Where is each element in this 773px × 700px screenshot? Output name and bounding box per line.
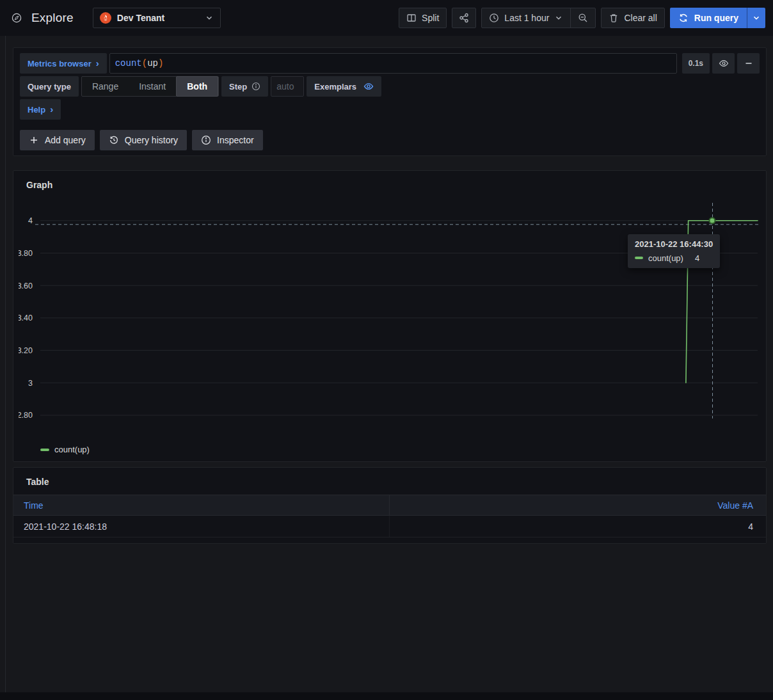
add-query-button[interactable]: Add query <box>20 130 95 150</box>
explore-compass-icon <box>12 11 26 25</box>
help-label: Help <box>28 105 45 115</box>
query-type-option-instant[interactable]: Instant <box>129 76 176 97</box>
eye-icon <box>719 58 729 68</box>
query-history-button[interactable]: Query history <box>100 130 187 150</box>
table-header-row: Time Value #A <box>13 495 766 516</box>
step-label: Step <box>229 82 247 91</box>
query-expression-input[interactable]: count(up) <box>109 53 677 74</box>
query-duration-badge: 0.1s <box>682 53 710 74</box>
chevron-down-icon <box>205 13 214 22</box>
tooltip-series-swatch <box>635 257 643 259</box>
share-icon <box>459 13 469 23</box>
query-type-option-range[interactable]: Range <box>82 76 129 97</box>
hover-point-marker <box>710 218 715 223</box>
clock-icon <box>489 13 499 23</box>
query-token-arg: up <box>147 58 158 68</box>
run-query-split-button: Run query <box>670 8 765 28</box>
table-panel: Table Time Value #A 2021-10-22 16:48:18 … <box>13 467 767 544</box>
info-circle-icon <box>251 82 260 91</box>
help-button[interactable]: Help › <box>20 99 61 120</box>
datasource-picker[interactable]: Dev Tenant <box>93 8 221 28</box>
time-picker-group: Last 1 hour <box>481 8 596 28</box>
history-icon <box>109 135 119 145</box>
table-cell-time: 2021-10-22 16:48:18 <box>24 521 107 532</box>
query-token-paren: ( <box>142 58 147 68</box>
metrics-browser-label: Metrics browser <box>28 59 92 68</box>
time-series-chart[interactable]: 15:5015:5516:0016:0516:1016:1516:2016:25… <box>19 195 761 435</box>
metrics-browser-button[interactable]: Metrics browser › <box>20 53 107 74</box>
prometheus-icon <box>100 12 111 24</box>
split-pane-icon <box>406 13 417 23</box>
y-axis-label: 3 <box>28 379 33 388</box>
clear-all-label: Clear all <box>624 13 657 23</box>
split-button[interactable]: Split <box>399 8 447 28</box>
tooltip-timestamp: 2021-10-22 16:44:30 <box>635 239 713 249</box>
graph-panel-title: Graph <box>13 171 766 190</box>
share-button[interactable] <box>452 8 476 28</box>
time-range-label: Last 1 hour <box>504 13 549 23</box>
legend-label: count(up) <box>54 445 90 454</box>
sync-icon <box>678 13 689 23</box>
sidebar-edge-divider <box>5 0 6 700</box>
table-column-time[interactable]: Time <box>24 500 44 511</box>
y-axis-label: 3.60 <box>19 282 33 290</box>
run-query-button[interactable]: Run query <box>670 8 747 28</box>
chevron-down-icon <box>752 13 761 22</box>
clear-all-button[interactable]: Clear all <box>601 8 664 28</box>
tooltip-series-value: 4 <box>695 253 699 263</box>
y-axis-label: 2.80 <box>19 411 33 420</box>
zoom-out-icon <box>578 13 588 23</box>
run-query-dropdown-button[interactable] <box>747 8 765 28</box>
zoom-out-button[interactable] <box>570 8 595 28</box>
chevron-down-icon <box>554 13 563 22</box>
plus-icon <box>29 135 39 145</box>
y-axis-label: 4 <box>28 216 33 225</box>
angle-right-icon: › <box>96 58 99 68</box>
graph-panel: Graph 15:5015:5516:0016:0516:1016:1516:2… <box>13 170 767 462</box>
legend-item-count-up[interactable]: count(up) <box>40 445 90 454</box>
query-token-paren: ) <box>158 58 163 68</box>
query-history-label: Query history <box>125 135 178 145</box>
minus-icon <box>744 58 754 68</box>
add-query-label: Add query <box>45 135 86 145</box>
query-type-toggle: Range Instant Both <box>81 76 219 97</box>
table-cell-value: 4 <box>748 521 753 532</box>
step-input[interactable]: auto <box>271 76 304 97</box>
table-row: 2021-10-22 16:48:18 4 <box>13 516 766 537</box>
top-toolbar: Explore Dev Tenant Split <box>0 0 773 36</box>
info-circle-icon <box>201 135 211 145</box>
y-axis-label: 3.20 <box>19 346 33 355</box>
time-range-picker[interactable]: Last 1 hour <box>482 8 570 28</box>
run-query-label: Run query <box>694 13 738 23</box>
bottom-edge <box>0 692 773 700</box>
trash-icon <box>609 13 619 23</box>
table-column-value[interactable]: Value #A <box>717 500 753 511</box>
chart-canvas[interactable]: 15:5015:5516:0016:0516:1016:1516:2016:25… <box>19 195 761 433</box>
results-table: Time Value #A 2021-10-22 16:48:18 4 <box>13 495 766 537</box>
page-title: Explore <box>31 11 74 25</box>
y-axis-label: 3.40 <box>19 314 33 322</box>
remove-query-button[interactable] <box>737 53 760 74</box>
graph-tooltip: 2021-10-22 16:44:30 count(up) 4 <box>628 234 720 268</box>
step-label-chip: Step <box>221 76 268 97</box>
query-type-label: Query type <box>20 76 79 97</box>
legend-swatch <box>40 449 49 451</box>
step-placeholder: auto <box>276 81 294 91</box>
query-token-function: count <box>115 58 142 68</box>
exemplars-label: Exemplars <box>314 82 356 91</box>
inspector-label: Inspector <box>217 135 254 145</box>
inspector-button[interactable]: Inspector <box>192 130 263 150</box>
datasource-name: Dev Tenant <box>117 13 205 23</box>
tooltip-series-name: count(up) <box>648 253 683 263</box>
angle-right-icon: › <box>50 104 53 114</box>
table-panel-title: Table <box>13 468 766 487</box>
toggle-query-visibility-button[interactable] <box>712 53 735 74</box>
query-type-option-both[interactable]: Both <box>176 76 218 97</box>
y-axis-label: 3.80 <box>19 249 33 258</box>
split-label: Split <box>422 13 439 23</box>
query-editor-panel: Metrics browser › count(up) 0.1s Query t… <box>13 47 767 156</box>
exemplars-eye-toggle[interactable] <box>363 81 374 91</box>
exemplars-chip: Exemplars <box>307 76 381 97</box>
